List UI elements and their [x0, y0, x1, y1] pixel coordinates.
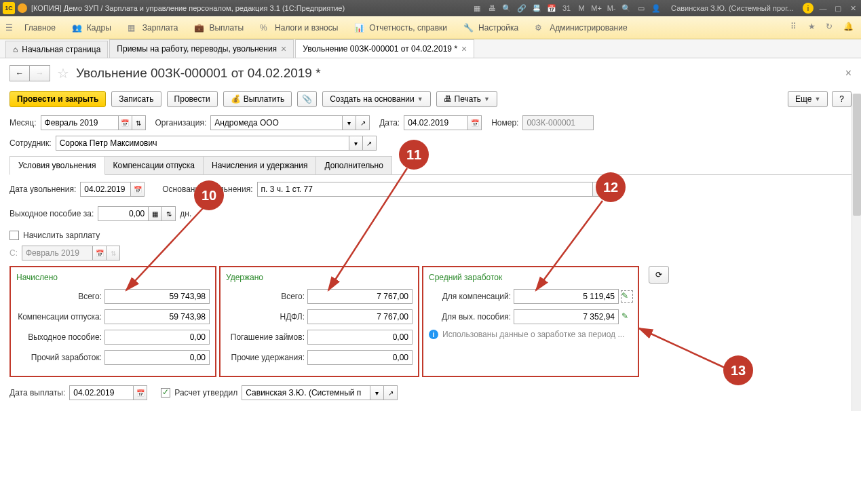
m-icon[interactable]: M — [576, 3, 587, 14]
calc-icon[interactable]: 📇 — [531, 3, 542, 14]
calendar-icon[interactable]: 📅 — [546, 3, 557, 14]
spinner-icon[interactable]: ⇅ — [132, 115, 146, 130]
calendar-icon[interactable]: 📅 — [131, 182, 145, 197]
menu-main[interactable]: Главное — [16, 20, 64, 35]
calendar-icon[interactable]: 📅 — [468, 115, 482, 130]
star-icon[interactable]: ★ — [808, 22, 820, 34]
callout-12: 12 — [596, 172, 626, 202]
scrollbar[interactable] — [852, 94, 861, 411]
link-icon[interactable]: 🔗 — [516, 3, 527, 14]
withheld-total[interactable] — [307, 289, 413, 304]
paydate-input[interactable] — [69, 385, 134, 400]
nav-forward-button[interactable]: → — [30, 65, 50, 81]
history-icon[interactable]: ↻ — [826, 22, 838, 34]
reason-input[interactable] — [257, 182, 593, 197]
withheld-ndfl[interactable] — [307, 309, 413, 324]
open-icon[interactable]: ↗ — [384, 385, 398, 400]
from-label: С: — [9, 248, 18, 258]
withheld-other[interactable] — [307, 350, 413, 365]
spinner-icon[interactable]: ⇅ — [162, 206, 176, 221]
post-close-button[interactable]: Провести и закрыть — [9, 91, 106, 107]
close-icon[interactable]: ✕ — [847, 3, 858, 14]
create-based-button[interactable]: Создать на основании▼ — [322, 91, 430, 107]
search-icon[interactable]: 🔍 — [501, 3, 512, 14]
m-plus-icon[interactable]: M+ — [591, 3, 602, 14]
menu-reports[interactable]: 📊Отчетность, справки — [346, 20, 455, 35]
print-button[interactable]: 🖶Печать▼ — [436, 91, 497, 107]
accrued-severance[interactable] — [104, 330, 210, 345]
pencil-icon[interactable]: ✎ — [621, 291, 632, 302]
approver-input[interactable] — [242, 385, 370, 400]
avg-comp[interactable] — [514, 289, 619, 304]
info-icon: i — [429, 330, 438, 339]
calc-salary-label: Начислить зарплату — [23, 231, 100, 240]
attach-button[interactable]: 📎 — [297, 91, 317, 107]
app-menu-icon[interactable] — [18, 3, 27, 13]
dismiss-date-input[interactable] — [80, 182, 131, 197]
withheld-loan[interactable] — [307, 330, 413, 345]
menu-settings[interactable]: 🔧Настройка — [455, 20, 527, 35]
print-icon[interactable]: 🖶 — [486, 3, 497, 14]
subtab-conditions[interactable]: Условия увольнения — [9, 156, 105, 175]
tab-home[interactable]: ⌂Начальная страница — [5, 41, 108, 58]
menu-salary[interactable]: ▦Зарплата — [119, 20, 187, 35]
org-label: Организация: — [155, 118, 207, 128]
gear-icon: ⚙ — [535, 23, 546, 33]
menu-icon[interactable]: ☰ — [5, 23, 16, 33]
sev-input[interactable] — [98, 206, 149, 221]
user-name[interactable]: Савинская З.Ю. (Системный прог... — [671, 4, 793, 12]
maximize-icon[interactable]: ▢ — [833, 3, 843, 14]
nav-back-button[interactable]: ← — [9, 65, 30, 81]
refresh-button[interactable]: ⟳ — [649, 266, 669, 284]
favorite-icon[interactable]: ☆ — [57, 65, 69, 81]
menu-taxes[interactable]: %Налоги и взносы — [252, 20, 346, 35]
tab-close-icon[interactable]: × — [461, 43, 467, 54]
info-icon[interactable]: i — [803, 3, 814, 14]
minimize-icon[interactable]: — — [818, 3, 828, 14]
accrued-vacation[interactable] — [104, 309, 210, 324]
dropdown-icon[interactable]: ▾ — [349, 136, 363, 151]
dropdown-icon[interactable]: ▾ — [370, 385, 384, 400]
menu-hr[interactable]: 👥Кадры — [64, 20, 119, 35]
calendar-icon[interactable]: 📅 — [134, 385, 147, 400]
toolbar-icon[interactable]: ▦ — [472, 3, 482, 14]
accrued-total[interactable] — [104, 289, 210, 304]
org-input[interactable] — [210, 115, 343, 130]
tab-dismissal[interactable]: Увольнение 00ЗК-000001 от 04.02.2019 *× — [295, 39, 474, 58]
post-button[interactable]: Провести — [167, 91, 218, 107]
date-input[interactable] — [404, 115, 468, 130]
open-icon[interactable]: ↗ — [363, 136, 377, 151]
accrued-other[interactable] — [104, 350, 210, 365]
calc-icon[interactable]: ▦ — [149, 206, 162, 221]
help-button[interactable]: ? — [832, 91, 852, 107]
tab-hires[interactable]: Приемы на работу, переводы, увольнения× — [109, 39, 294, 58]
subtab-additional[interactable]: Дополнительно — [315, 156, 391, 174]
date-icon[interactable]: 31 — [561, 3, 572, 14]
approved-checkbox[interactable]: ✓ — [161, 388, 170, 398]
emp-input[interactable] — [56, 136, 349, 151]
dropdown-icon[interactable]: ▾ — [343, 115, 356, 130]
subtab-accruals[interactable]: Начисления и удержания — [203, 156, 316, 174]
m-minus-icon[interactable]: M- — [606, 3, 617, 14]
open-icon[interactable]: ↗ — [356, 115, 370, 130]
pay-button[interactable]: 💰Выплатить — [223, 91, 292, 107]
zoom-icon[interactable]: 🔍 — [621, 3, 632, 14]
emp-label: Сотрудник: — [9, 138, 52, 148]
scroll-thumb[interactable] — [853, 94, 861, 216]
month-input[interactable] — [41, 115, 119, 130]
menu-payments[interactable]: 💼Выплаты — [186, 20, 252, 35]
bell-icon[interactable]: 🔔 — [843, 22, 856, 34]
avg-panel: Средний заработок Для компенсаций:✎ Для … — [422, 266, 639, 377]
save-button[interactable]: Записать — [111, 91, 161, 107]
calendar-icon[interactable]: 📅 — [119, 115, 132, 130]
menu-admin[interactable]: ⚙Администрирование — [527, 20, 635, 35]
subtab-compensation[interactable]: Компенсации отпуска — [104, 156, 204, 174]
doc-close-icon[interactable]: × — [845, 67, 852, 79]
apps-icon[interactable]: ⠿ — [790, 22, 803, 34]
window-icon[interactable]: ▭ — [636, 3, 647, 14]
avg-sev[interactable] — [514, 309, 619, 324]
calc-salary-checkbox[interactable] — [9, 231, 19, 240]
pencil-icon[interactable]: ✎ — [621, 311, 632, 322]
tab-close-icon[interactable]: × — [281, 43, 286, 54]
more-button[interactable]: Еще▼ — [788, 91, 828, 107]
